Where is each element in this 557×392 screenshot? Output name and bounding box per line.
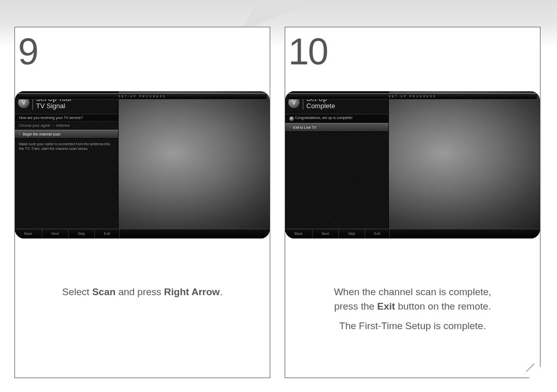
menu-row-begin-scan[interactable]: › Begin the channel scan: [15, 130, 118, 139]
tv-screenshot: V Set Up Complete V Congratulations, set…: [285, 91, 540, 238]
check-icon: V: [289, 116, 294, 121]
subheader-text: Congratulations, set up is complete!: [295, 116, 352, 120]
tv-bottom-bar: Back Next Skip Exit: [15, 229, 270, 238]
tv-button-exit[interactable]: Exit: [365, 229, 390, 238]
step-number: 9: [18, 30, 38, 73]
tv-button-back[interactable]: Back: [15, 229, 42, 238]
tv-button-skip[interactable]: Skip: [339, 229, 365, 238]
tv-subheader: How are you receiving your TV service?: [15, 114, 118, 122]
chevron-right-icon: ›: [53, 124, 54, 127]
tv-progress-strip: SET-UP PROGRESS: [18, 93, 267, 99]
row-label: Begin the channel scan: [23, 132, 60, 136]
row-label: Exit to Live TV: [293, 126, 316, 129]
tv-side-panel: V Set Up Complete V Congratulations, set…: [285, 91, 389, 238]
tv-button-exit[interactable]: Exit: [95, 229, 120, 238]
title-line-2: TV Signal: [36, 102, 65, 110]
bold-text: Right Arrow: [164, 286, 220, 297]
step-instruction: Select Scan and press Right Arrow.: [15, 285, 270, 299]
tv-screenshot: V Set Up Your TV Signal How are you rece…: [15, 91, 270, 238]
text: .: [220, 286, 222, 297]
step-card-9: 9 V Set Up Your TV Signal How are you re…: [14, 27, 270, 378]
title-line-2: Complete: [306, 102, 335, 110]
tv-button-next[interactable]: Next: [42, 229, 69, 238]
menu-row-choose-signal[interactable]: Choose your signal › Antenna: [15, 122, 118, 130]
step-number: 10: [288, 30, 327, 73]
tv-progress-strip: SET-UP PROGRESS: [288, 93, 537, 99]
bold-text: Exit: [377, 301, 395, 312]
tv-button-skip[interactable]: Skip: [69, 229, 95, 238]
text: press the: [334, 301, 377, 312]
chevron-right-icon: ›: [289, 126, 290, 129]
tv-button-back[interactable]: Back: [285, 229, 313, 238]
text: When the channel scan is complete,: [334, 286, 491, 297]
chevron-right-icon: ›: [19, 132, 20, 136]
step-card-10: 10 V Set Up Complete V Congratulations, …: [285, 27, 540, 378]
text: button on the remote.: [395, 301, 491, 312]
tv-button-next[interactable]: Next: [313, 229, 339, 238]
text: Select: [62, 286, 92, 297]
row-label: Choose your signal: [19, 124, 50, 127]
menu-row-exit-live-tv[interactable]: › Exit to Live TV: [285, 123, 388, 132]
step-instruction: When the channel scan is complete, press…: [285, 285, 540, 333]
bold-text: Scan: [92, 286, 116, 297]
tv-bottom-bar: Back Next Skip Exit: [285, 229, 540, 238]
text: The First-Time Setup is complete.: [339, 320, 486, 331]
text: and press: [116, 286, 164, 297]
tv-side-panel: V Set Up Your TV Signal How are you rece…: [15, 91, 119, 238]
tv-help-note: Make sure your cable is connected from t…: [15, 139, 118, 154]
row-value: Antenna: [56, 124, 70, 127]
tv-subheader: V Congratulations, set up is complete!: [285, 114, 388, 123]
